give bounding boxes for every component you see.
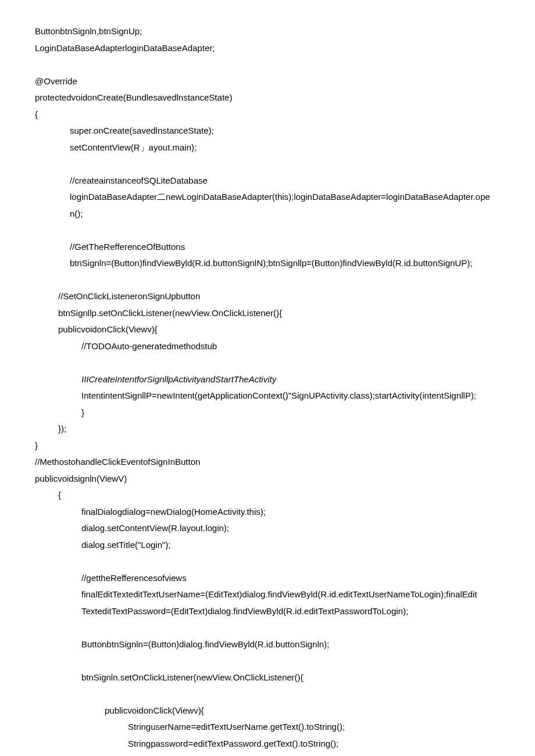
code-line: ButtonbtnSignln,btnSignUp; [35, 23, 500, 40]
code-line: TexteditTextPassword=(EditText)dialog.fi… [35, 603, 500, 620]
code-line: { [35, 487, 500, 504]
code-line: //createainstanceofSQLiteDatabase [35, 173, 500, 189]
code-line: btnSignln.setOnClickListener(newView.OnC… [35, 669, 500, 686]
code-document: ButtonbtnSignln,btnSignUp;LoginDataBaseA… [35, 23, 500, 752]
code-line: super.onCreate(savedlnstanceState); [35, 123, 500, 139]
code-line [35, 653, 500, 669]
code-line: publicvoidonClick(Viewv){ [35, 321, 500, 338]
code-line: btnSignllp.setOnClickListener(newView.On… [35, 305, 500, 322]
code-line: //SetOnClickListeneronSignUpbutton [35, 288, 500, 305]
code-line: IIICreateIntentforSignllpActivityandStar… [35, 371, 500, 388]
code-line: }); [35, 421, 500, 438]
code-line: //GetTheRefferenceOfButtons [35, 239, 500, 256]
code-line: { [35, 106, 500, 123]
code-line: btnSignln=(Button)findViewByld(R.id.butt… [35, 255, 500, 272]
code-line: ButtonbtnSignln=(Button)dialog.findViewB… [35, 636, 500, 653]
code-line [35, 686, 500, 703]
code-line: @Override [35, 73, 500, 90]
code-line: } [35, 404, 500, 421]
code-line: LoginDataBaseAdapterloginDataBaseAdapter… [35, 40, 500, 57]
code-line: IntentintentSignllP=newIntent(getApplica… [35, 388, 500, 404]
code-line: finalEditTexteditTextUserName=(EditText)… [35, 586, 500, 603]
code-line: publicvoidonClick(Viewv){ [35, 703, 500, 719]
code-line: loginDataBaseAdapter二newLoginDataBaseAda… [35, 189, 500, 206]
code-line: } [35, 438, 500, 454]
code-line: Stringpassword=editTextPassword.getText(… [35, 736, 500, 753]
code-line [35, 272, 500, 289]
code-line: dialog.setTitle("Login"); [35, 537, 500, 554]
code-line: //MethostohandleClickEventofSignInButton [35, 454, 500, 471]
code-line: StringuserName=editTextUserName.getText(… [35, 719, 500, 736]
code-line: setContentView(R」ayout.main); [35, 139, 500, 156]
code-line [35, 156, 500, 173]
code-line [35, 354, 500, 371]
code-line: finalDialogdialog=newDialog(HomeActivity… [35, 504, 500, 521]
code-line: protectedvoidonCreate(Bundlesavedlnstanc… [35, 89, 500, 106]
code-line [35, 56, 500, 73]
code-line: //gettheRefferencesofviews [35, 570, 500, 587]
code-line: dialog.setContentView(R.layout.login); [35, 520, 500, 537]
code-line: publicvoidsignln(ViewV) [35, 471, 500, 488]
code-line: //TODOAuto-generatedmethodstub [35, 338, 500, 355]
code-line: n(); [35, 206, 500, 223]
code-line [35, 553, 500, 570]
code-line [35, 619, 500, 636]
code-line [35, 222, 500, 239]
